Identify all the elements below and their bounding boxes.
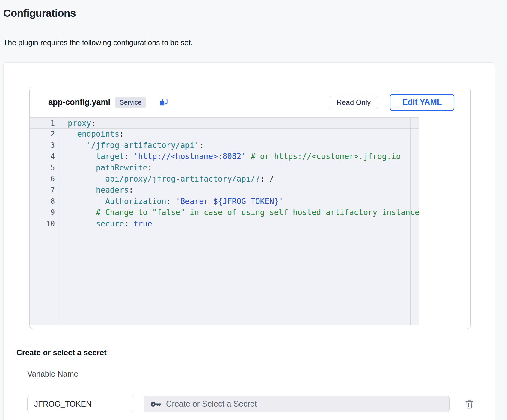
- code-lines: 1proxy:2endpoints:3'/jfrog-artifactory/a…: [30, 117, 419, 229]
- indent-guide: [77, 185, 77, 196]
- code-content: proxy:: [60, 118, 96, 128]
- code-line: 4target: 'http://<hostname>:8082' # or h…: [30, 151, 419, 162]
- indent-guide: [77, 140, 77, 151]
- service-badge: Service: [115, 97, 146, 108]
- code-line: 10secure: true: [30, 218, 419, 229]
- code-line: 2endpoints:: [30, 129, 419, 140]
- code-line: 1proxy:: [30, 117, 419, 129]
- indent-guide: [87, 185, 87, 196]
- line-number: 6: [30, 173, 60, 185]
- yaml-config-card: app-config.yaml Service Read Only Edit Y…: [29, 87, 471, 329]
- indent-guide: [87, 151, 87, 162]
- indent-guide: [87, 162, 87, 173]
- line-number: 7: [30, 185, 60, 196]
- file-name: app-config.yaml: [48, 98, 110, 107]
- page-subtitle: The plugin requires the following config…: [3, 38, 193, 47]
- code-line: 9# Change to "false" in case of using se…: [30, 207, 419, 218]
- code-content: target: 'http://<hostname>:8082' # or ht…: [60, 151, 401, 162]
- secret-select-placeholder: Create or Select a Secret: [166, 399, 257, 409]
- code-content: # Change to "false" in case of using sel…: [60, 207, 420, 218]
- code-content: endpoints:: [60, 129, 124, 140]
- code-content: api/proxy/jfrog-artifactory/api/?: /: [60, 173, 274, 185]
- code-line: 3'/jfrog-artifactory/api':: [30, 140, 419, 151]
- line-number: 8: [30, 196, 60, 207]
- line-number: 4: [30, 151, 60, 162]
- indent-guide: [77, 162, 77, 173]
- code-content: '/jfrog-artifactory/api':: [60, 140, 204, 151]
- configurations-panel: app-config.yaml Service Read Only Edit Y…: [3, 62, 495, 420]
- line-number: 1: [30, 118, 60, 128]
- code-content: headers:: [60, 185, 133, 196]
- indent-guide: [87, 218, 87, 229]
- card-header: app-config.yaml Service Read Only Edit Y…: [30, 87, 470, 117]
- indent-guide: [87, 173, 87, 185]
- copy-icon[interactable]: [159, 98, 169, 107]
- code-content: secure: true: [60, 218, 152, 229]
- read-only-button[interactable]: Read Only: [330, 96, 378, 109]
- secret-select-field[interactable]: Create or Select a Secret: [144, 396, 450, 412]
- trash-icon[interactable]: [464, 399, 474, 410]
- key-icon: [150, 401, 161, 407]
- indent-guide: [77, 218, 77, 229]
- code-line: 7headers:: [30, 185, 419, 196]
- code-line: 5pathRewrite:: [30, 162, 419, 173]
- indent-guide: [77, 196, 77, 207]
- line-number: 3: [30, 140, 60, 151]
- indent-guide: [77, 173, 77, 185]
- indent-guide: [87, 196, 87, 207]
- line-number: 5: [30, 162, 60, 173]
- indent-guide: [77, 207, 77, 218]
- indent-guide: [96, 196, 96, 207]
- code-content: Authorization: 'Bearer ${JFROG_TOKEN}': [60, 196, 283, 207]
- variable-name-input[interactable]: [27, 396, 133, 412]
- secret-section-heading: Create or select a secret: [16, 348, 107, 357]
- page-title: Configurations: [3, 7, 76, 19]
- code-line: 8Authorization: 'Bearer ${JFROG_TOKEN}': [30, 196, 419, 207]
- variable-name-label: Variable Name: [27, 369, 78, 379]
- indent-guide: [77, 151, 77, 162]
- edit-yaml-button[interactable]: Edit YAML: [390, 94, 454, 111]
- indent-guide: [87, 207, 87, 218]
- indent-guide: [96, 173, 96, 185]
- line-number: 2: [30, 129, 60, 140]
- line-number: 10: [30, 218, 60, 229]
- code-editor[interactable]: 1proxy:2endpoints:3'/jfrog-artifactory/a…: [30, 117, 419, 325]
- code-content: pathRewrite:: [60, 162, 152, 173]
- line-number: 9: [30, 207, 60, 218]
- code-line: 6api/proxy/jfrog-artifactory/api/?: /: [30, 173, 419, 185]
